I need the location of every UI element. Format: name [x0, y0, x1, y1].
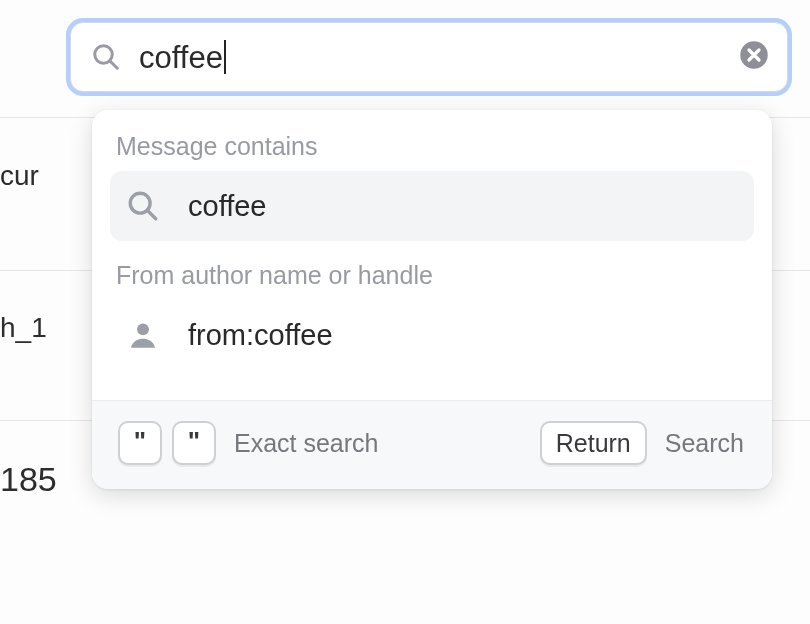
suggestion-text: from:coffee [188, 319, 333, 352]
search-suggestions-dropdown: Message contains coffee From author name… [92, 110, 772, 489]
quote-key-left: " [118, 421, 162, 465]
suggestion-text: coffee [188, 190, 266, 223]
search-action-label: Search [665, 429, 744, 458]
clear-search-button[interactable] [739, 40, 769, 74]
text-caret [224, 40, 226, 74]
search-bar[interactable]: coffee [70, 22, 788, 92]
search-icon [126, 189, 160, 223]
svg-point-5 [137, 323, 149, 335]
svg-line-4 [147, 210, 156, 219]
page-root: cur h_1 185 coffee Message contains [0, 0, 810, 624]
bg-row-text: h_1 [0, 312, 47, 344]
quote-key-right: " [172, 421, 216, 465]
bg-row-text: 185 [0, 460, 57, 499]
suggestion-message-contains[interactable]: coffee [110, 171, 754, 241]
suggestion-from-author[interactable]: from:coffee [110, 300, 754, 370]
suggestion-group-author-label: From author name or handle [116, 261, 748, 290]
suggestion-group-contains-label: Message contains [116, 132, 748, 161]
dropdown-body: Message contains coffee From author name… [92, 110, 772, 400]
svg-line-1 [110, 61, 118, 69]
dropdown-footer: " " Exact search Return Search [92, 400, 772, 489]
search-input-value: coffee [139, 42, 223, 73]
person-icon [126, 318, 160, 352]
search-icon [91, 42, 121, 72]
bg-row-text: cur [0, 160, 39, 192]
return-key: Return [540, 421, 647, 465]
search-input[interactable]: coffee [139, 37, 739, 77]
exact-search-label: Exact search [234, 429, 379, 458]
exact-search-keys: " " [118, 421, 216, 465]
